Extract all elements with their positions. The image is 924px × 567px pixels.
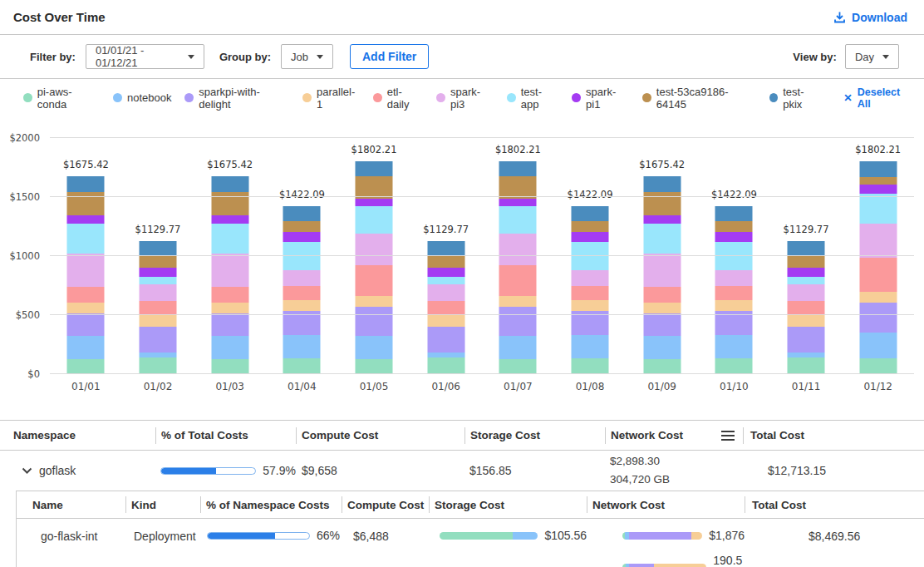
bar-segment-sparkpi-with-delight[interactable] — [140, 327, 177, 353]
legend-item[interactable]: parallel-1 — [302, 86, 360, 111]
bar-segment-sparkpi-with-delight[interactable] — [427, 327, 464, 353]
group-by-select[interactable]: Job — [281, 44, 333, 69]
legend-item[interactable]: etl-daily — [373, 86, 423, 111]
bar-segment-parallel-1[interactable] — [715, 300, 753, 311]
bar-segment-etl-daily[interactable] — [356, 265, 393, 296]
stacked-bar[interactable] — [788, 241, 825, 374]
bar-segment-notebook[interactable] — [572, 335, 609, 359]
bar-segment-parallel-1[interactable] — [283, 300, 321, 311]
stacked-bar[interactable] — [572, 206, 609, 374]
bar-segment-pi-aws-conda[interactable] — [643, 359, 681, 374]
bar-segment-sparkpi-with-delight[interactable] — [499, 307, 537, 336]
bar-segment-pi-aws-conda[interactable] — [427, 357, 464, 374]
bar-segment-test-app[interactable] — [211, 224, 248, 254]
bar-segment-spark-pi3[interactable] — [499, 234, 537, 265]
column-header-storage[interactable]: Storage Cost — [464, 429, 605, 441]
bar-segment-spark-pi1[interactable] — [715, 232, 753, 242]
bar-segment-test-53ca9186-64145[interactable] — [67, 192, 105, 215]
bar-segment-spark-pi1[interactable] — [859, 185, 897, 194]
bar-segment-parallel-1[interactable] — [211, 303, 248, 313]
stacked-bar[interactable] — [427, 241, 464, 374]
bar-segment-spark-pi3[interactable] — [788, 284, 825, 302]
bar-segment-notebook[interactable] — [211, 336, 248, 359]
column-header-namespace[interactable]: Namespace — [0, 429, 155, 441]
stacked-bar[interactable] — [859, 161, 897, 374]
bar-segment-parallel-1[interactable] — [356, 296, 393, 307]
bar-segment-parallel-1[interactable] — [140, 314, 177, 327]
bar-segment-test-53ca9186-64145[interactable] — [788, 256, 825, 269]
column-settings-icon[interactable] — [721, 431, 735, 441]
bar-segment-sparkpi-with-delight[interactable] — [356, 307, 393, 336]
bar-segment-parallel-1[interactable] — [572, 300, 609, 311]
bar-segment-spark-pi1[interactable] — [211, 215, 248, 224]
bar-segment-pi-aws-conda[interactable] — [572, 358, 609, 374]
column-header-pct-total[interactable]: % of Total Costs — [155, 429, 296, 441]
column-header-kind[interactable]: Kind — [125, 499, 200, 511]
date-range-select[interactable]: 01/01/21 - 01/12/21 — [86, 44, 204, 69]
bar-segment-etl-daily[interactable] — [427, 301, 464, 314]
bar-segment-pi-aws-conda[interactable] — [715, 358, 753, 374]
bar-segment-spark-pi3[interactable] — [427, 284, 464, 302]
bar-segment-etl-daily[interactable] — [499, 265, 537, 296]
table-row[interactable]: go-flask-int Deployment 66% $6,488 $105.… — [17, 519, 924, 567]
bar-segment-test-app[interactable] — [499, 206, 537, 234]
bar-segment-spark-pi1[interactable] — [427, 268, 464, 277]
column-header-compute[interactable]: Compute Cost — [296, 429, 464, 441]
bar-segment-sparkpi-with-delight[interactable] — [643, 313, 681, 336]
bar-segment-sparkpi-with-delight[interactable] — [859, 303, 897, 333]
bar-segment-test-app[interactable] — [643, 224, 681, 254]
bar-segment-test-53ca9186-64145[interactable] — [356, 176, 393, 199]
bar-segment-test-53ca9186-64145[interactable] — [427, 256, 464, 269]
bar-segment-etl-daily[interactable] — [788, 301, 825, 314]
bar-segment-spark-pi3[interactable] — [572, 270, 609, 286]
bar-segment-parallel-1[interactable] — [643, 303, 681, 313]
bar-segment-parallel-1[interactable] — [859, 292, 897, 303]
bar-segment-etl-daily[interactable] — [572, 286, 609, 300]
legend-item[interactable]: spark-pi1 — [572, 86, 629, 111]
deselect-all-button[interactable]: ✕ Deselect All — [843, 86, 914, 110]
stacked-bar[interactable] — [283, 206, 321, 374]
bar-segment-pi-aws-conda[interactable] — [499, 359, 537, 374]
bar-segment-sparkpi-with-delight[interactable] — [788, 327, 825, 353]
stacked-bar[interactable] — [211, 176, 248, 374]
legend-item[interactable]: sparkpi-with-delight — [184, 86, 289, 111]
bar-segment-pi-aws-conda[interactable] — [283, 358, 321, 374]
bar-segment-etl-daily[interactable] — [859, 258, 897, 292]
bar-segment-test-app[interactable] — [140, 277, 177, 284]
bar-segment-test-pkix[interactable] — [859, 161, 897, 177]
bar-segment-spark-pi3[interactable] — [211, 254, 248, 286]
column-header-network[interactable]: Network Cost — [605, 429, 743, 441]
column-header-pct-namespace[interactable]: % of Namespace Costs — [200, 499, 342, 511]
bar-segment-test-53ca9186-64145[interactable] — [499, 176, 537, 199]
bar-segment-test-pkix[interactable] — [643, 176, 681, 191]
bar-segment-test-app[interactable] — [427, 277, 464, 284]
bar-segment-spark-pi1[interactable] — [643, 215, 681, 224]
bar-segment-etl-daily[interactable] — [140, 301, 177, 314]
bar-segment-parallel-1[interactable] — [67, 303, 105, 313]
stacked-bar[interactable] — [140, 241, 177, 374]
table-row[interactable]: goflask 57.9% $9,658 $156.85 $2,898.30 3… — [0, 451, 924, 491]
bar-segment-test-53ca9186-64145[interactable] — [283, 221, 321, 232]
bar-segment-pi-aws-conda[interactable] — [859, 358, 897, 374]
bar-segment-test-app[interactable] — [859, 194, 897, 224]
column-header-total[interactable]: Total Cost — [745, 499, 924, 511]
bar-segment-spark-pi3[interactable] — [859, 224, 897, 258]
column-header-network[interactable]: Network Cost — [587, 499, 745, 511]
bar-segment-etl-daily[interactable] — [283, 286, 321, 300]
bar-segment-spark-pi3[interactable] — [715, 270, 753, 286]
bar-segment-test-pkix[interactable] — [499, 161, 537, 176]
bar-segment-spark-pi1[interactable] — [140, 268, 177, 277]
bar-segment-test-53ca9186-64145[interactable] — [643, 192, 681, 215]
bar-segment-spark-pi1[interactable] — [283, 232, 321, 242]
add-filter-button[interactable]: Add Filter — [350, 44, 429, 69]
bar-segment-test-pkix[interactable] — [427, 241, 464, 256]
bar-segment-sparkpi-with-delight[interactable] — [67, 313, 105, 336]
bar-segment-parallel-1[interactable] — [788, 314, 825, 327]
stacked-bar[interactable] — [499, 161, 537, 374]
bar-segment-test-pkix[interactable] — [283, 206, 321, 221]
column-header-name[interactable]: Name — [17, 499, 125, 511]
bar-segment-notebook[interactable] — [356, 336, 393, 359]
legend-item[interactable]: notebook — [113, 91, 172, 104]
bar-segment-spark-pi3[interactable] — [67, 254, 105, 286]
column-header-compute[interactable]: Compute Cost — [342, 499, 429, 511]
